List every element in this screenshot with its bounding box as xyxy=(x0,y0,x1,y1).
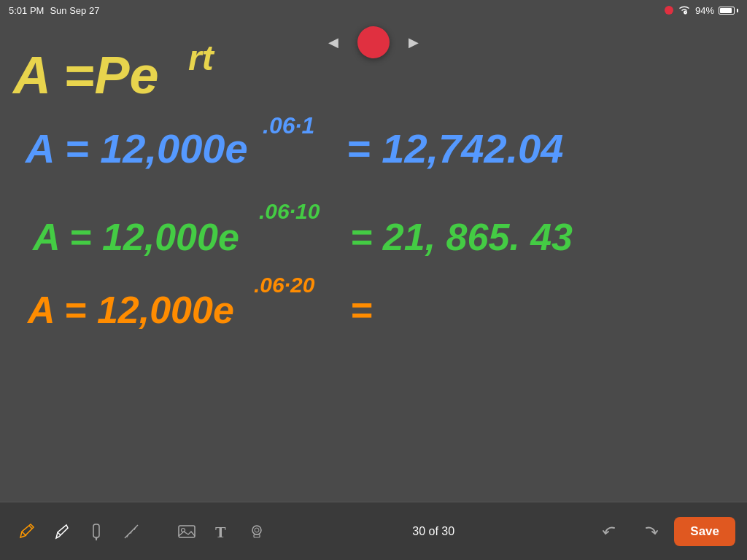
svg-text:.06·10: .06·10 xyxy=(259,199,320,223)
svg-text:=: = xyxy=(350,289,372,331)
toolbar-right: Save xyxy=(595,516,735,547)
svg-rect-16 xyxy=(179,526,195,537)
svg-point-17 xyxy=(182,528,185,532)
status-bar: 5:01 PM Sun Sep 27 94% xyxy=(0,0,747,20)
pen-tool[interactable] xyxy=(47,517,76,546)
svg-text:.06·1: .06·1 xyxy=(263,112,314,139)
svg-text:T: T xyxy=(215,523,226,541)
status-time: 5:01 PM xyxy=(9,5,44,16)
text-tool[interactable]: T xyxy=(207,517,236,546)
toolbar: T 30 of 30 Save xyxy=(0,502,747,560)
svg-text:A = 12,000e: A = 12,000e xyxy=(26,289,234,331)
battery-icon xyxy=(719,7,738,15)
whiteboard[interactable]: A =Pe rt A = 12,000e .06·1 = 12,742.04 A… xyxy=(0,20,747,502)
record-button[interactable] xyxy=(357,26,390,58)
recording-controls: ◀ ▶ xyxy=(322,26,425,58)
stamp-tool[interactable] xyxy=(242,517,271,546)
pencil-tool[interactable] xyxy=(12,517,41,546)
status-date: Sun Sep 27 xyxy=(50,5,99,16)
svg-text:.06·20: .06·20 xyxy=(254,273,315,297)
image-tool[interactable] xyxy=(172,517,201,546)
marker-tool[interactable] xyxy=(82,517,111,546)
svg-text:A = 12,000e: A = 12,000e xyxy=(24,125,248,171)
svg-text:rt: rt xyxy=(188,39,215,77)
svg-point-19 xyxy=(252,526,261,534)
recording-indicator xyxy=(665,6,673,15)
svg-point-20 xyxy=(255,528,259,532)
wifi-icon xyxy=(678,4,691,17)
redo-button[interactable] xyxy=(635,516,665,547)
prev-button[interactable]: ◀ xyxy=(322,31,344,53)
svg-rect-21 xyxy=(254,534,260,537)
svg-text:= 12,742.04: = 12,742.04 xyxy=(347,125,563,171)
next-button[interactable]: ▶ xyxy=(403,31,425,53)
ruler-tool[interactable] xyxy=(117,517,146,546)
svg-text:= 21, 865. 43: = 21, 865. 43 xyxy=(350,216,573,258)
status-right: 94% xyxy=(665,4,738,17)
undo-button[interactable] xyxy=(595,516,626,547)
svg-text:A =Pe: A =Pe xyxy=(12,46,158,104)
svg-rect-11 xyxy=(93,524,99,537)
page-indicator: 30 of 30 xyxy=(277,525,589,538)
battery-percent: 94% xyxy=(695,5,714,16)
save-button[interactable]: Save xyxy=(674,517,735,546)
svg-text:A = 12,000e: A = 12,000e xyxy=(31,216,239,258)
